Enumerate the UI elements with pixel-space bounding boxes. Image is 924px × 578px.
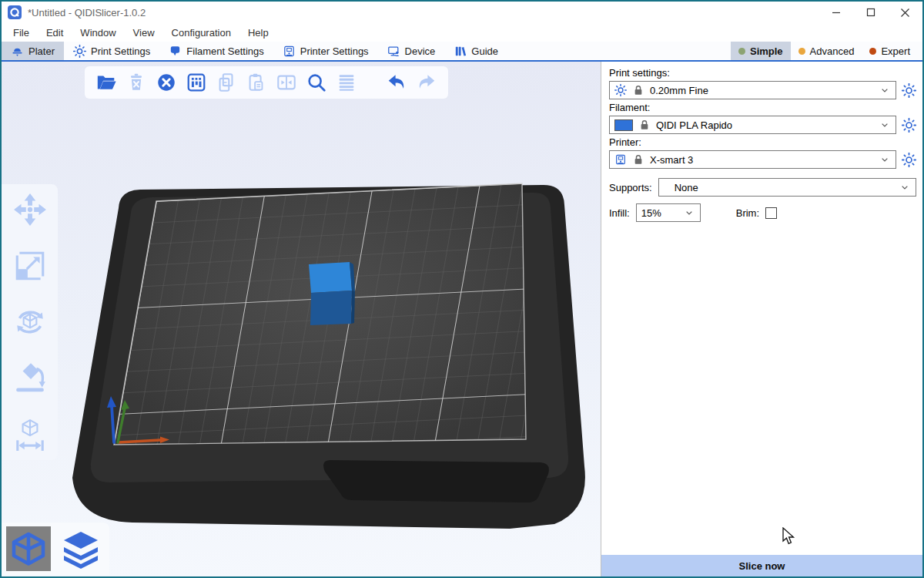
guide-icon (454, 45, 467, 58)
move-tool-button[interactable] (12, 192, 48, 227)
tab-device[interactable]: Device (378, 42, 445, 60)
redo-button[interactable] (415, 71, 438, 94)
infill-label: Infill: (609, 207, 630, 219)
printer-label: Printer: (609, 136, 916, 148)
filament-value: QIDI PLA Rapido (656, 119, 732, 131)
menu-help[interactable]: Help (239, 25, 277, 40)
mode-label: Simple (750, 45, 783, 57)
delete-all-button[interactable] (155, 71, 178, 94)
supports-combo[interactable]: None (658, 178, 916, 197)
split-objects-button[interactable] (275, 71, 298, 94)
app-window: *Untitled - QIDISlicer-1.0.2 File Edit W… (0, 0, 924, 578)
advanced-dot-icon (798, 48, 805, 55)
mode-advanced[interactable]: Advanced (791, 42, 862, 60)
lock-icon (638, 119, 651, 131)
menu-window[interactable]: Window (72, 25, 124, 40)
tab-printer-settings[interactable]: Printer Settings (273, 42, 378, 60)
gizmo-toolbar (2, 184, 58, 460)
tab-print-settings[interactable]: Print Settings (64, 42, 159, 60)
chevron-down-icon (879, 153, 891, 166)
arrange-button[interactable] (185, 71, 208, 94)
tab-plater[interactable]: Plater (2, 42, 64, 60)
tab-label: Filament Settings (186, 45, 263, 57)
tab-label: Device (405, 45, 436, 57)
tab-filament-settings[interactable]: Filament Settings (159, 42, 273, 60)
print-settings-value: 0.20mm Fine (650, 85, 708, 96)
filament-icon (169, 45, 182, 58)
tab-guide[interactable]: Guide (444, 42, 507, 60)
slice-now-button[interactable]: Slice now (601, 555, 922, 576)
simple-dot-icon (738, 48, 745, 55)
search-button[interactable] (305, 71, 328, 94)
device-icon (387, 45, 400, 58)
mouse-cursor (782, 527, 796, 546)
open-folder-button[interactable] (95, 71, 118, 94)
print-settings-label: Print settings: (609, 67, 916, 79)
brim-label: Brim: (736, 207, 759, 219)
menu-edit[interactable]: Edit (38, 25, 72, 40)
delete-button[interactable] (125, 71, 148, 94)
edit-filament-button[interactable] (902, 118, 916, 133)
copy-button[interactable] (215, 71, 238, 94)
plater-icon (11, 45, 24, 58)
printer-combo[interactable]: X-smart 3 (609, 150, 896, 169)
tab-label: Plater (28, 45, 55, 57)
print-settings-combo[interactable]: 0.20mm Fine (609, 81, 896, 99)
gear-icon (73, 45, 86, 58)
supports-label: Supports: (609, 182, 652, 193)
mode-expert[interactable]: Expert (862, 42, 918, 60)
supports-value: None (664, 182, 698, 193)
mode-switcher: Simple Advanced Expert (731, 42, 922, 60)
chevron-down-icon (899, 181, 911, 193)
layers-view-button[interactable] (59, 526, 103, 571)
place-on-face-tool-button[interactable] (12, 361, 48, 396)
tab-label: Print Settings (91, 45, 150, 57)
3d-view-button[interactable] (6, 526, 51, 571)
gear-icon (614, 84, 627, 96)
tab-bar: Plater Print Settings Filament Settings … (2, 42, 922, 62)
mode-label: Expert (881, 45, 910, 57)
undo-button[interactable] (385, 71, 408, 94)
lock-icon (632, 84, 644, 96)
3d-viewport[interactable] (2, 62, 601, 576)
menu-file[interactable]: File (5, 25, 38, 40)
layers-view-icon (61, 529, 101, 569)
infill-combo[interactable]: 15% (636, 203, 701, 222)
title-bar: *Untitled - QIDISlicer-1.0.2 (2, 2, 922, 23)
settings-panel: Print settings: 0.20mm Fine Filament: (601, 62, 922, 576)
app-logo-icon (8, 5, 22, 19)
window-title: *Untitled - QIDISlicer-1.0.2 (28, 7, 146, 18)
plater-toolbar (85, 66, 448, 99)
lock-icon (632, 153, 644, 166)
rotate-tool-button[interactable] (12, 304, 48, 340)
edit-print-settings-button[interactable] (902, 83, 916, 98)
filament-label: Filament: (609, 102, 916, 113)
variable-layer-height-button[interactable] (335, 71, 358, 94)
mode-simple[interactable]: Simple (731, 42, 791, 60)
chevron-down-icon (879, 119, 891, 131)
view-switch (2, 523, 109, 575)
chevron-down-icon (683, 207, 695, 219)
mode-label: Advanced (810, 45, 855, 57)
maximize-button[interactable] (853, 2, 888, 23)
tab-label: Printer Settings (300, 45, 369, 57)
menu-bar: File Edit Window View Configuration Help (2, 23, 922, 42)
minimize-button[interactable] (819, 2, 853, 23)
edit-printer-button[interactable] (902, 153, 916, 167)
measure-tool-button[interactable] (12, 417, 48, 452)
printer-icon (614, 153, 627, 166)
printer-value: X-smart 3 (650, 154, 693, 166)
tab-label: Guide (471, 45, 498, 57)
filament-combo[interactable]: QIDI PLA Rapido (609, 116, 896, 134)
model-cube[interactable] (309, 262, 355, 325)
scale-tool-button[interactable] (12, 248, 48, 284)
plate-handle (323, 460, 549, 502)
menu-view[interactable]: View (125, 25, 163, 40)
paste-button[interactable] (245, 71, 268, 94)
close-button[interactable] (888, 2, 922, 23)
printer-icon (283, 45, 296, 58)
build-plate-scene (2, 62, 601, 576)
3d-view-cube-icon (10, 530, 47, 567)
menu-configuration[interactable]: Configuration (163, 25, 239, 40)
brim-checkbox[interactable] (765, 207, 777, 219)
